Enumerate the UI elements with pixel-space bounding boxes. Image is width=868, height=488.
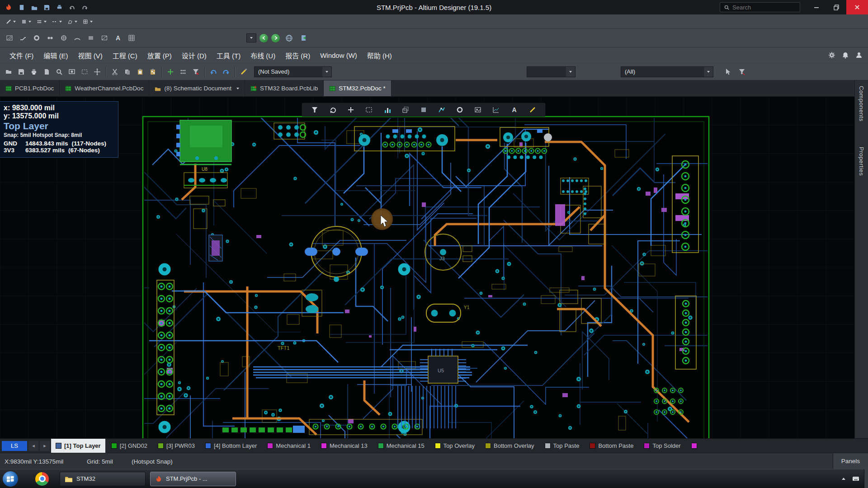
- grid-dots-button[interactable]: [34, 16, 49, 27]
- pcb-canvas[interactable]: U8: [0, 97, 854, 438]
- doc-tab-stm32-pcbdoc[interactable]: STM32.PcbDoc *: [324, 80, 392, 96]
- cut-button[interactable]: [109, 66, 121, 78]
- menu-project[interactable]: 工程 (C): [108, 47, 142, 63]
- account-button[interactable]: [855, 52, 863, 59]
- dropdown-caret-button[interactable]: [246, 33, 256, 42]
- tray-expand-icon[interactable]: [842, 478, 845, 480]
- save-button[interactable]: [15, 66, 27, 78]
- undo-button[interactable]: [208, 66, 219, 78]
- fill-tool-button[interactable]: [19, 16, 33, 27]
- search-input[interactable]: [732, 4, 791, 11]
- layer-tab-overflow[interactable]: [687, 439, 702, 453]
- layer-tab-bottom-overlay[interactable]: Bottom Overlay: [481, 439, 539, 453]
- redo-button[interactable]: [80, 2, 90, 12]
- sync-document-button[interactable]: [298, 32, 310, 44]
- back-button[interactable]: [259, 34, 268, 42]
- line-button[interactable]: [527, 104, 538, 115]
- minimize-button[interactable]: [807, 0, 826, 14]
- doc-tab-pcb1[interactable]: PCB1.PcbDoc: [0, 80, 60, 96]
- layer-sets-button[interactable]: LS: [2, 441, 27, 451]
- dashed-line-button[interactable]: [50, 16, 64, 27]
- forward-button[interactable]: [271, 34, 280, 42]
- taskbar-item-stm32-folder[interactable]: STM32: [60, 472, 146, 486]
- via-tool-button[interactable]: [58, 32, 70, 44]
- refresh-button[interactable]: [327, 104, 339, 115]
- doc-tab-schematic-group[interactable]: (8) Schematic Document: [149, 80, 245, 96]
- start-button[interactable]: [3, 471, 18, 487]
- redo-button[interactable]: [220, 66, 232, 78]
- menu-route[interactable]: 布线 (U): [245, 47, 280, 63]
- layer-tab-bottom-paste[interactable]: Bottom Paste: [585, 439, 638, 453]
- undo-button[interactable]: [67, 2, 77, 12]
- scroll-layers-left-button[interactable]: ◂: [28, 441, 38, 451]
- print-button[interactable]: [54, 2, 64, 12]
- search-box[interactable]: [720, 2, 800, 12]
- menu-window[interactable]: Window (W): [315, 47, 362, 63]
- measure-button[interactable]: [382, 104, 393, 115]
- paste-button[interactable]: [134, 66, 146, 78]
- align-button[interactable]: [177, 66, 189, 78]
- menu-design[interactable]: 设计 (D): [177, 47, 212, 63]
- doc-tab-weatherchannel[interactable]: WeatherChannel.PcbDoc: [60, 80, 149, 96]
- menu-file[interactable]: 文件 (F): [5, 47, 38, 63]
- menu-edit[interactable]: 编辑 (E): [38, 47, 73, 63]
- scroll-layers-right-button[interactable]: ▸: [40, 441, 50, 451]
- track-button[interactable]: [436, 104, 448, 115]
- zoom-button[interactable]: [53, 66, 65, 78]
- layer-tab-mechanical-1[interactable]: Mechanical 1: [263, 439, 315, 453]
- plane-button[interactable]: [99, 32, 110, 44]
- notifications-button[interactable]: [842, 52, 849, 59]
- layers-button[interactable]: [400, 104, 411, 115]
- panel-tab-components[interactable]: Components: [858, 86, 865, 122]
- layer-tab-mechanical-13[interactable]: Mechanical 13: [316, 439, 372, 453]
- array-place-button[interactable]: [126, 32, 137, 44]
- arc-tool-button[interactable]: [71, 32, 83, 44]
- add-button[interactable]: [345, 104, 357, 115]
- snap-grid-button[interactable]: [80, 16, 95, 27]
- select-area-button[interactable]: [79, 66, 90, 78]
- layer-tab-mechanical-15[interactable]: Mechanical 15: [373, 439, 429, 453]
- restore-button[interactable]: [826, 0, 846, 14]
- print-button[interactable]: [28, 66, 40, 78]
- string-tool-button[interactable]: A: [112, 32, 124, 44]
- cross-select-button[interactable]: [165, 66, 176, 78]
- new-document-button[interactable]: [16, 2, 26, 12]
- fill-button[interactable]: [418, 104, 429, 115]
- print-preview-button[interactable]: [41, 66, 52, 78]
- route-tool-button[interactable]: [17, 32, 29, 44]
- layer-tab-pwr03[interactable]: [3] PWR03: [153, 439, 199, 453]
- pad-button[interactable]: [454, 104, 466, 115]
- save-document-button[interactable]: [42, 2, 52, 12]
- variant-combo[interactable]: (Not Saved): [254, 66, 332, 77]
- layer-tab-gnd02[interactable]: [2] GND02: [107, 439, 152, 453]
- layer-tab-top-solder[interactable]: Top Solder: [639, 439, 685, 453]
- open-button[interactable]: [3, 66, 14, 78]
- menu-place[interactable]: 放置 (P): [142, 47, 177, 63]
- menu-reports[interactable]: 报告 (R): [280, 47, 315, 63]
- panel-tab-properties[interactable]: Properties: [858, 147, 865, 176]
- layer-tab-bottom-layer[interactable]: [4] Bottom Layer: [201, 439, 261, 453]
- pad-pair-button[interactable]: [44, 32, 56, 44]
- doc-tab-pcblib[interactable]: STM32 Board.PcbLib: [245, 80, 324, 96]
- select-rect-button[interactable]: [363, 104, 375, 115]
- plot-button[interactable]: [490, 104, 502, 115]
- menu-help[interactable]: 帮助 (H): [362, 47, 397, 63]
- filter-clear-button[interactable]: [190, 66, 202, 78]
- filter-button[interactable]: [736, 66, 748, 78]
- move-button[interactable]: [91, 66, 103, 78]
- filter-combo[interactable]: [527, 66, 576, 77]
- donut-pad-button[interactable]: [31, 32, 42, 44]
- line-tool-button[interactable]: [4, 16, 18, 27]
- paste-array-button[interactable]: [147, 66, 159, 78]
- cross-probe-button[interactable]: [283, 32, 295, 44]
- menu-view[interactable]: 视图 (V): [73, 47, 108, 63]
- copy-button[interactable]: [122, 66, 133, 78]
- format-paint-button[interactable]: [238, 66, 250, 78]
- polygon-tool-button[interactable]: [65, 16, 80, 27]
- layer-tab-top-overlay[interactable]: Top Overlay: [430, 439, 479, 453]
- hatch-region-button[interactable]: [4, 32, 15, 44]
- open-document-button[interactable]: [29, 2, 39, 12]
- fill-region-button[interactable]: [85, 32, 97, 44]
- chrome-button[interactable]: [35, 472, 49, 486]
- image-button[interactable]: [472, 104, 484, 115]
